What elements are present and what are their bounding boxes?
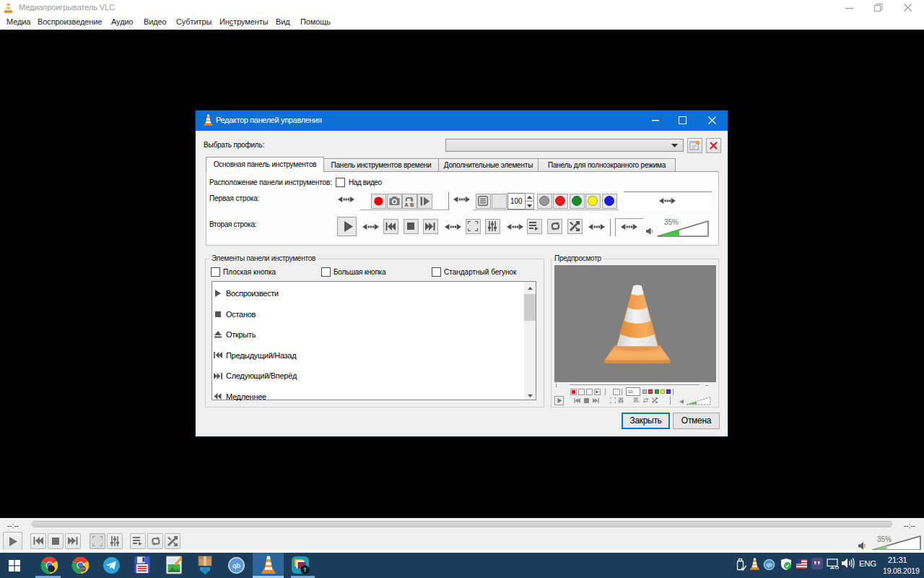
- svg-text:qb: qb: [767, 562, 772, 568]
- svg-text:qb: qb: [232, 561, 240, 569]
- svg-text:A: A: [404, 202, 409, 207]
- svg-text:B: B: [410, 202, 414, 207]
